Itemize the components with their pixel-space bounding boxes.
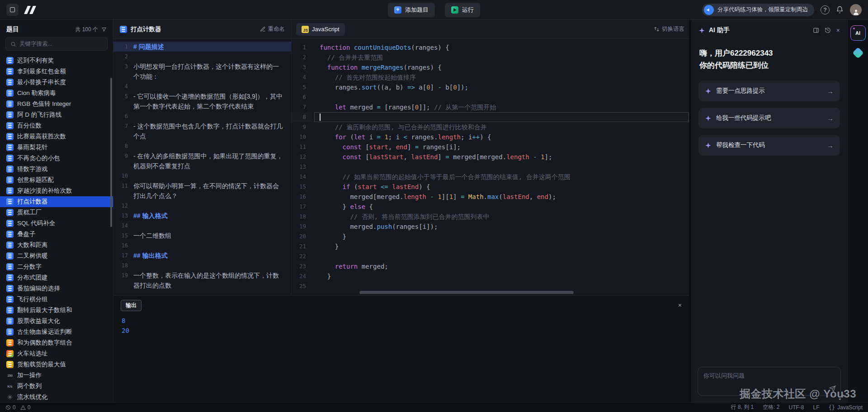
code-line[interactable]: 14 // 如果当前范围的起始值小于等于最后一个合并范围的结束值, 合并这两个范… (292, 172, 689, 182)
code-line[interactable]: 13 (292, 162, 689, 172)
indent-setting[interactable]: 空格: 2 (763, 403, 779, 411)
sidebar-item[interactable]: 150加一操作 (0, 370, 113, 381)
sidebar-item[interactable]: 股票收益最大化 (0, 316, 113, 327)
code-line[interactable]: 20 } (292, 232, 689, 242)
chat-input[interactable] (703, 372, 835, 391)
code-line[interactable]: 3 function mergeRanges(ranges) { (292, 62, 689, 72)
ai-suggestion-card[interactable]: 帮我检查一下代码→ (698, 135, 840, 156)
sidebar-item[interactable]: SQL 代码补全 (0, 218, 113, 229)
code-line[interactable]: 6 (292, 92, 689, 102)
history-icon[interactable] (825, 27, 831, 33)
sidebar-item[interactable]: RGB 色值转 Integer (0, 99, 113, 109)
code-line[interactable]: 15 if (start <= lastEnd) { (292, 182, 689, 192)
cursor-position[interactable]: 行 8, 列 1 (731, 403, 754, 411)
gem-icon[interactable] (852, 47, 863, 58)
markdown-line[interactable]: 7- 这个数据范围中包含几个数字，打点计数器就会打几个点 (113, 121, 291, 141)
sidebar-item[interactable]: 二叉树供暖 (0, 251, 113, 261)
rename-button[interactable]: 重命名 (260, 25, 285, 33)
warning-indicator[interactable]: 0 (20, 404, 31, 411)
sidebar-item[interactable]: 阿 D 的飞行路线 (0, 109, 113, 120)
sidebar-item[interactable]: 猜数字游戏 (0, 164, 113, 175)
send-icon[interactable] (829, 385, 836, 392)
promo-banner[interactable]: 分享代码练习体验，领限量定制周边 (702, 4, 814, 16)
code-line[interactable]: 23 return merged; (292, 261, 689, 271)
code-line[interactable]: 2 // 合并并去重范围 (292, 52, 689, 62)
code-line[interactable]: 18 // 否则, 将当前范围添加到已合并的范围列表中 (292, 212, 689, 222)
switch-language-button[interactable]: 切换语言 (654, 25, 684, 33)
markdown-line[interactable]: 19一个整数，表示在输入的是这个数组的情况下，计数器打出的点数 (113, 270, 291, 290)
sidebar-item[interactable]: 创意标题匹配 (0, 175, 113, 185)
code-line[interactable]: 5 ranges.sort((a, b) => a[0] - b[0]); (292, 82, 689, 92)
brand-logo-icon[interactable] (25, 6, 34, 14)
markdown-line[interactable]: 13## 输入格式 (113, 211, 291, 221)
markdown-line[interactable]: 8 (113, 141, 291, 151)
sidebar-item[interactable]: 暴雨梨花针 (0, 142, 113, 153)
code-line[interactable]: 24 } (292, 271, 689, 281)
sidebar-item[interactable]: 比赛最高获胜次数 (0, 131, 113, 142)
sidebar-item[interactable]: 大数和距离 (0, 240, 113, 251)
resize-icon[interactable] (839, 394, 844, 400)
search-box[interactable] (5, 37, 108, 51)
avatar[interactable] (850, 4, 862, 16)
markdown-line[interactable]: 17## 输出格式 (113, 251, 291, 260)
chat-input-box[interactable] (698, 367, 841, 396)
code-line[interactable]: 4 // 首先对范围按起始值排序 (292, 72, 689, 82)
horizontal-scrollbar-thumb[interactable] (359, 291, 574, 294)
sidebar-item[interactable]: 打点计数器 (0, 196, 113, 207)
run-button[interactable]: 运行 (445, 3, 480, 17)
sidebar-item[interactable]: 拿到最多红包金额 (0, 66, 113, 77)
language-mode[interactable]: {} JavaScript (829, 404, 863, 411)
code-line[interactable]: 10 for (let i = 1; i < ranges.length; i+… (292, 132, 689, 142)
code-line[interactable]: 19 merged.push(ranges[i]); (292, 222, 689, 232)
code-line[interactable]: 12 const [lastStart, lastEnd] = merged[m… (292, 152, 689, 162)
sidebar-item[interactable]: 最小替换子串长度 (0, 77, 113, 88)
panel-expand-icon[interactable] (813, 27, 819, 33)
markdown-line[interactable]: 4 (113, 81, 291, 91)
sidebar-item[interactable]: 蛋糕工厂 (0, 207, 113, 218)
sidebar-item[interactable]: 番茄编辑的选择 (0, 283, 113, 294)
markdown-editor[interactable]: 1# 问题描述23小明想发明一台打点计数器，这个计数器有这样的一个功能：45- … (113, 39, 291, 295)
markdown-line[interactable]: 9- 在传入的多组数据范围中，如果出现了范围的重复，机器则不会重复打点 (113, 151, 291, 171)
close-icon[interactable]: × (836, 27, 840, 34)
app-menu-icon[interactable] (6, 4, 19, 16)
sidebar-item[interactable]: 流水线优化 (0, 392, 113, 402)
sidebar-item[interactable]: 古生物血缘远近判断 (0, 327, 113, 337)
sidebar-item[interactable]: 二分数字 (0, 261, 113, 272)
tab-javascript[interactable]: JS JavaScript (296, 23, 345, 36)
markdown-line[interactable]: 16 (113, 241, 291, 251)
help-icon[interactable]: ? (821, 5, 830, 14)
sidebar-item[interactable]: K/s两个数列 (0, 381, 113, 392)
sidebar-item[interactable]: 穿越沙漠的补给次数 (0, 185, 113, 196)
markdown-line[interactable]: 10 (113, 171, 291, 181)
markdown-line[interactable]: 12 (113, 201, 291, 211)
sidebar-scrollbar-thumb[interactable] (110, 78, 112, 227)
sidebar-item[interactable]: 分布式团建 (0, 272, 113, 283)
sidebar-item[interactable]: 飞行棋分组 (0, 294, 113, 305)
markdown-line[interactable]: 3小明想发明一台打点计数器，这个计数器有这样的一个功能： (113, 62, 291, 81)
markdown-line[interactable]: 15一个二维数组 (113, 231, 291, 241)
markdown-line[interactable]: 14 (113, 221, 291, 231)
error-indicator[interactable]: 0 (5, 404, 16, 411)
code-line[interactable]: 22 (292, 251, 689, 261)
close-icon[interactable]: × (678, 302, 682, 309)
code-line[interactable]: 8 (292, 112, 689, 122)
markdown-line[interactable]: 2 (113, 52, 291, 62)
code-editor[interactable]: 1function countUniqueDots(ranges) {2 // … (292, 39, 689, 295)
markdown-line[interactable]: 1# 问题描述 (113, 42, 291, 52)
markdown-line[interactable]: 6 (113, 111, 291, 121)
sidebar-item[interactable]: Cion 勒索病毒 (0, 88, 113, 99)
code-line[interactable]: 17 } else { (292, 202, 689, 212)
sidebar-item[interactable]: 百分位数 (0, 120, 113, 131)
ai-assistant-badge[interactable]: ✦ AI (850, 25, 866, 41)
markdown-line[interactable]: 5- 它可以接收一个递增的数据范围（形如[3,9]），其中第一个数字代表起始，第… (113, 91, 291, 111)
ai-suggestion-card[interactable]: 需要一点思路提示→ (698, 81, 840, 101)
code-line[interactable]: 9 // 遍历剩余的范围, 与已合并的范围进行比较和合并 (292, 122, 689, 132)
code-line[interactable]: 1function countUniqueDots(ranges) { (292, 43, 689, 52)
markdown-line[interactable]: 11你可以帮助小明算一算，在不同的情况下，计数器会打出几个点么？ (113, 181, 291, 201)
code-line[interactable]: 11 const [start, end] = ranges[i]; (292, 142, 689, 152)
markdown-line[interactable]: 18 (113, 260, 291, 270)
code-line[interactable]: 7 let merged = [ranges[0]]; // 从第一个范围开始 (292, 102, 689, 112)
code-line[interactable]: 25 (292, 281, 689, 291)
sidebar-item[interactable]: 和为偶数的数字组合 (0, 337, 113, 348)
encoding[interactable]: UTF-8 (789, 404, 804, 411)
